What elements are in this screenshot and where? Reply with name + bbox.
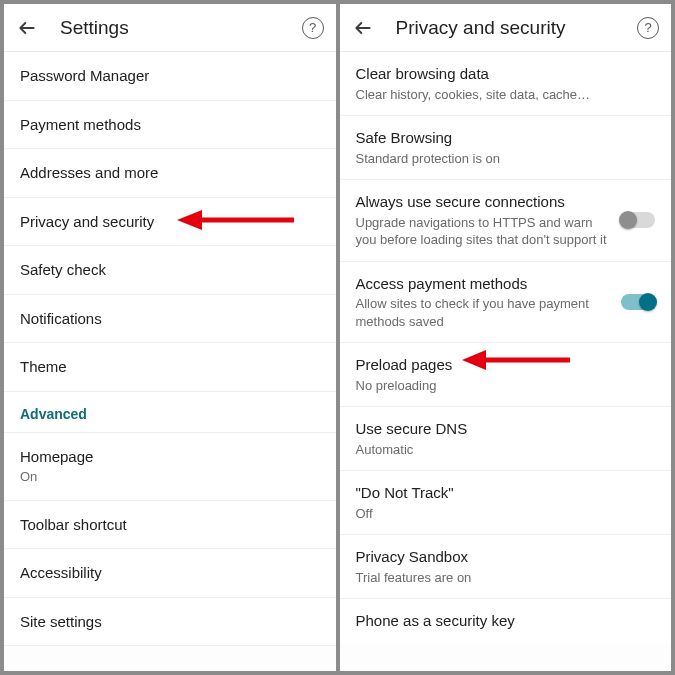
row-clear-browsing-data[interactable]: Clear browsing data Clear history, cooki… xyxy=(340,52,672,116)
row-payment-methods[interactable]: Payment methods xyxy=(4,101,336,150)
row-label: Clear browsing data xyxy=(356,64,656,84)
privacy-list: Clear browsing data Clear history, cooki… xyxy=(340,52,672,671)
row-label: Access payment methods xyxy=(356,274,612,294)
row-sub: Standard protection is on xyxy=(356,150,656,168)
row-safe-browsing[interactable]: Safe Browsing Standard protection is on xyxy=(340,116,672,180)
row-sub: On xyxy=(20,468,320,486)
back-icon[interactable] xyxy=(350,15,376,41)
row-label: Theme xyxy=(20,357,320,377)
row-password-manager[interactable]: Password Manager xyxy=(4,52,336,101)
row-sub: Automatic xyxy=(356,441,656,459)
row-toolbar-shortcut[interactable]: Toolbar shortcut xyxy=(4,501,336,550)
row-secure-connections[interactable]: Always use secure connections Upgrade na… xyxy=(340,180,672,262)
help-icon[interactable]: ? xyxy=(637,17,659,39)
row-label: Notifications xyxy=(20,309,320,329)
row-theme[interactable]: Theme xyxy=(4,343,336,392)
row-privacy-sandbox[interactable]: Privacy Sandbox Trial features are on xyxy=(340,535,672,599)
row-label: "Do Not Track" xyxy=(356,483,656,503)
page-title: Settings xyxy=(60,17,129,39)
row-label: Accessibility xyxy=(20,563,320,583)
row-label: Preload pages xyxy=(356,355,656,375)
row-access-payment-methods[interactable]: Access payment methods Allow sites to ch… xyxy=(340,262,672,344)
row-do-not-track[interactable]: "Do Not Track" Off xyxy=(340,471,672,535)
settings-panel: Settings ? Password Manager Payment meth… xyxy=(4,4,336,671)
settings-list: Password Manager Payment methods Address… xyxy=(4,52,336,671)
row-phone-security-key[interactable]: Phone as a security key xyxy=(340,599,672,643)
row-sub: Clear history, cookies, site data, cache… xyxy=(356,86,656,104)
row-sub: Upgrade navigations to HTTPS and warn yo… xyxy=(356,214,612,249)
privacy-header: Privacy and security ? xyxy=(340,4,672,52)
row-label: Payment methods xyxy=(20,115,320,135)
row-safety-check[interactable]: Safety check xyxy=(4,246,336,295)
row-label: Toolbar shortcut xyxy=(20,515,320,535)
row-label: Safety check xyxy=(20,260,320,280)
row-addresses[interactable]: Addresses and more xyxy=(4,149,336,198)
row-notifications[interactable]: Notifications xyxy=(4,295,336,344)
row-label: Password Manager xyxy=(20,66,320,86)
row-label: Privacy and security xyxy=(20,212,320,232)
row-preload-pages[interactable]: Preload pages No preloading xyxy=(340,343,672,407)
row-homepage[interactable]: Homepage On xyxy=(4,433,336,501)
row-label: Site settings xyxy=(20,612,320,632)
section-advanced: Advanced xyxy=(4,392,336,433)
settings-header: Settings ? xyxy=(4,4,336,52)
row-sub: No preloading xyxy=(356,377,656,395)
toggle-access-payment-methods[interactable] xyxy=(621,294,655,310)
row-label: Phone as a security key xyxy=(356,611,656,631)
privacy-panel: Privacy and security ? Clear browsing da… xyxy=(340,4,672,671)
row-label: Always use secure connections xyxy=(356,192,612,212)
row-label: Homepage xyxy=(20,447,320,467)
row-site-settings[interactable]: Site settings xyxy=(4,598,336,647)
row-label: Use secure DNS xyxy=(356,419,656,439)
row-label: Safe Browsing xyxy=(356,128,656,148)
toggle-secure-connections[interactable] xyxy=(621,212,655,228)
row-accessibility[interactable]: Accessibility xyxy=(4,549,336,598)
page-title: Privacy and security xyxy=(396,17,566,39)
row-sub: Off xyxy=(356,505,656,523)
row-sub: Trial features are on xyxy=(356,569,656,587)
row-secure-dns[interactable]: Use secure DNS Automatic xyxy=(340,407,672,471)
row-privacy-security[interactable]: Privacy and security xyxy=(4,198,336,247)
row-label: Addresses and more xyxy=(20,163,320,183)
row-sub: Allow sites to check if you have payment… xyxy=(356,295,612,330)
back-icon[interactable] xyxy=(14,15,40,41)
help-icon[interactable]: ? xyxy=(302,17,324,39)
row-label: Privacy Sandbox xyxy=(356,547,656,567)
